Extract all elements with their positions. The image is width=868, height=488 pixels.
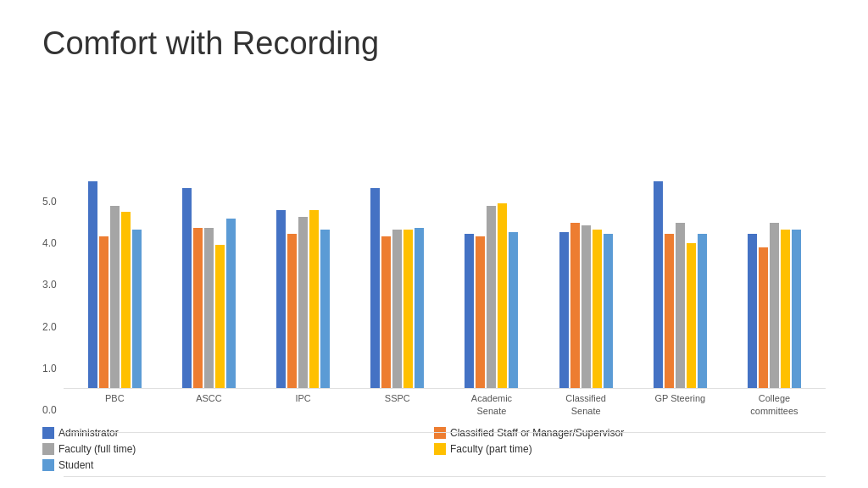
bar-admin xyxy=(370,188,380,389)
bar-faculty_full xyxy=(392,230,402,388)
grid-line xyxy=(64,476,826,477)
bar-group xyxy=(444,203,538,388)
legend-item: Student xyxy=(42,459,417,471)
bar-faculty_part xyxy=(309,210,319,389)
bar-group xyxy=(727,223,821,388)
bar-admin xyxy=(748,234,757,388)
bar-classified xyxy=(287,234,297,388)
bar-faculty_full xyxy=(110,206,120,389)
bar-classified xyxy=(381,236,391,388)
x-axis-label: GP Steering xyxy=(633,392,727,417)
bar-student xyxy=(320,230,330,388)
bar-faculty_part xyxy=(781,230,790,388)
bar-classified xyxy=(665,234,674,388)
bar-faculty_part xyxy=(121,212,131,388)
bars-row xyxy=(64,168,826,388)
legend-item: Faculty (part time) xyxy=(434,443,809,455)
x-axis-label: PBC xyxy=(68,392,162,417)
x-axis-label: AcademicSenate xyxy=(444,392,538,417)
legend-item: Faculty (full time) xyxy=(42,443,417,455)
legend-label: Classified Staff or Manager/Supervisor xyxy=(450,427,624,439)
x-axis-label: Collegecommittees xyxy=(727,392,821,417)
bar-classified xyxy=(99,236,108,388)
bar-group xyxy=(350,188,444,389)
bar-classified xyxy=(476,236,485,388)
y-axis-label: 1.0 xyxy=(42,363,57,374)
bar-faculty_full xyxy=(204,228,214,389)
y-axis: 0.01.02.03.04.05.0 xyxy=(42,197,57,417)
page-title: Comfort with Recording xyxy=(42,25,826,62)
bar-group xyxy=(68,181,162,388)
legend-label: Student xyxy=(58,459,93,471)
y-axis-label: 0.0 xyxy=(42,405,57,415)
bar-admin xyxy=(182,188,192,389)
x-axis-label: IPC xyxy=(256,392,350,417)
bar-admin xyxy=(465,234,474,388)
y-axis-label: 4.0 xyxy=(42,238,57,248)
bar-faculty_part xyxy=(403,230,413,388)
bar-student xyxy=(226,219,236,388)
bar-faculty_full xyxy=(298,217,308,389)
slide: Comfort with Recording 0.01.02.03.04.05.… xyxy=(0,0,868,488)
x-axis-label: SSPC xyxy=(350,392,444,417)
bar-admin xyxy=(654,181,663,388)
bar-group xyxy=(256,210,350,389)
legend-item: Administrator xyxy=(42,427,417,439)
bar-classified xyxy=(759,247,768,388)
bar-faculty_full xyxy=(770,223,779,388)
chart-inner: PBCASCCIPCSSPCAcademicSenateClassifiedSe… xyxy=(64,388,826,417)
bar-faculty_part xyxy=(687,243,696,389)
bar-admin xyxy=(559,232,569,389)
bar-faculty_full xyxy=(487,206,496,389)
chart-container: 0.01.02.03.04.05.0 PBCASCCIPCSSPCAcademi… xyxy=(42,70,826,417)
chart-area: 0.01.02.03.04.05.0 PBCASCCIPCSSPCAcademi… xyxy=(42,70,826,471)
y-axis-label: 3.0 xyxy=(42,280,57,290)
bar-group xyxy=(539,223,633,388)
bar-group xyxy=(162,188,256,389)
bar-faculty_part xyxy=(498,203,507,388)
x-labels: PBCASCCIPCSSPCAcademicSenateClassifiedSe… xyxy=(64,392,826,417)
bar-faculty_full xyxy=(676,223,685,388)
bar-student xyxy=(509,232,518,389)
x-axis-label: ClassifiedSenate xyxy=(539,392,633,417)
legend-label: Faculty (part time) xyxy=(450,443,532,455)
bar-classified xyxy=(570,223,580,388)
bar-faculty_part xyxy=(593,230,602,388)
bar-student xyxy=(698,234,707,388)
y-axis-label: 2.0 xyxy=(42,322,57,332)
y-axis-label: 5.0 xyxy=(42,197,57,207)
legend-label: Administrator xyxy=(58,427,119,439)
bar-student xyxy=(792,230,801,388)
bar-admin xyxy=(88,181,97,388)
legend: AdministratorFaculty (full time)StudentC… xyxy=(42,427,826,471)
bar-admin xyxy=(276,210,286,389)
bar-faculty_part xyxy=(215,245,225,388)
bar-student xyxy=(132,230,142,388)
bar-student xyxy=(415,228,424,389)
legend-item: Classified Staff or Manager/Supervisor xyxy=(434,427,809,439)
bar-group xyxy=(633,181,727,388)
legend-label: Faculty (full time) xyxy=(58,443,136,455)
bar-faculty_full xyxy=(581,225,591,388)
bar-student xyxy=(604,234,613,388)
bar-classified xyxy=(193,228,203,389)
grid-line xyxy=(64,388,826,389)
x-axis-label: ASCC xyxy=(162,392,256,417)
